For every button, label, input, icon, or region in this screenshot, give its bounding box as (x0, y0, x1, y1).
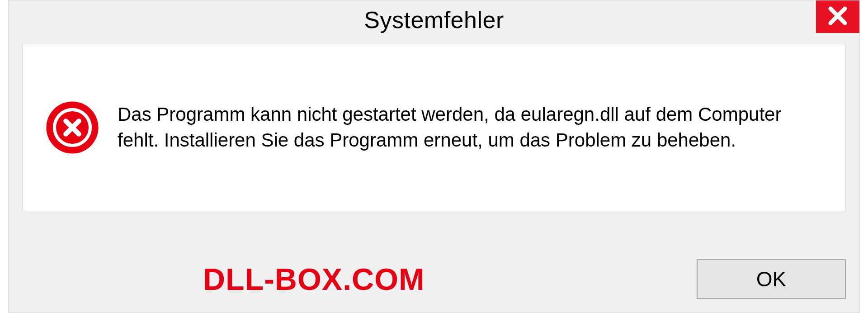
close-icon (827, 5, 849, 28)
error-icon (45, 100, 99, 155)
error-dialog: Systemfehler Das Programm kann nicht ges… (8, 0, 860, 313)
dialog-footer: DLL-BOX.COM OK (22, 259, 846, 299)
watermark-text: DLL-BOX.COM (203, 261, 425, 297)
close-button[interactable] (816, 0, 859, 33)
content-panel: Das Programm kann nicht gestartet werden… (22, 44, 846, 211)
titlebar: Systemfehler (9, 0, 859, 39)
error-message: Das Programm kann nicht gestartet werden… (118, 102, 823, 153)
ok-button[interactable]: OK (697, 259, 846, 299)
dialog-title: Systemfehler (364, 6, 504, 33)
